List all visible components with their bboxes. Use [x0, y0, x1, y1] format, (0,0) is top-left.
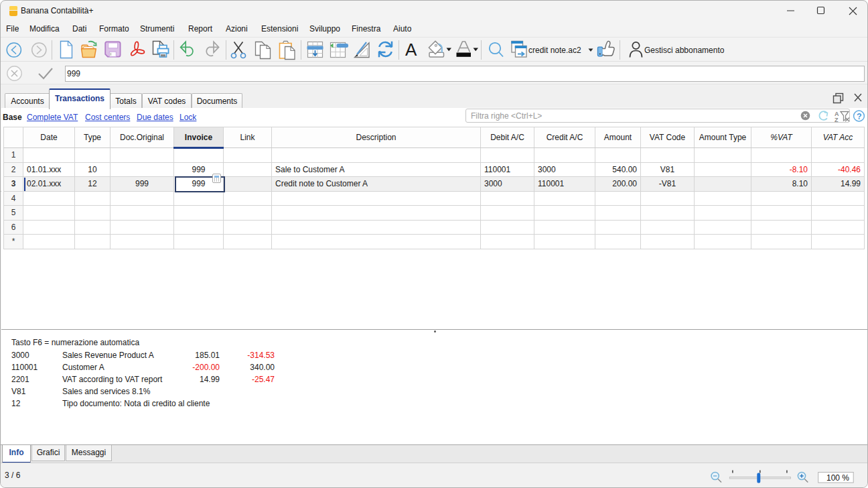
- svg-text:Z: Z: [835, 117, 839, 123]
- svg-text:?: ?: [857, 112, 862, 121]
- svg-text:100 %: 100 %: [826, 473, 849, 483]
- svg-text:A: A: [405, 40, 417, 60]
